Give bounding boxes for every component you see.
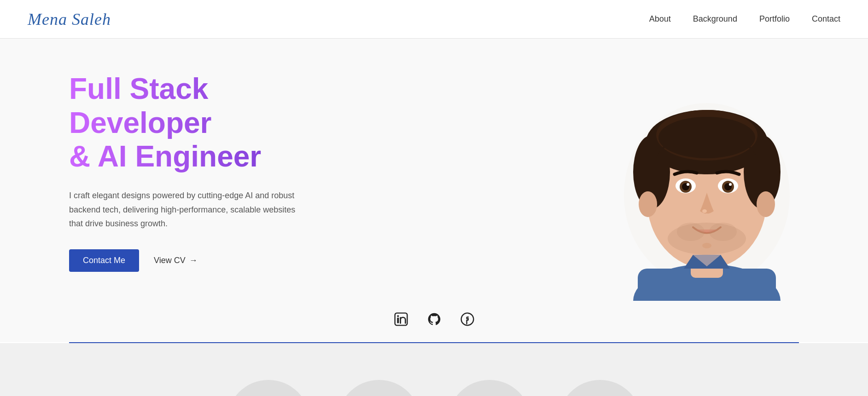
site-logo[interactable]: Mena Saleh [28,10,111,29]
nav-link-background[interactable]: Background [693,14,737,23]
nav-item-contact[interactable]: Contact [812,14,840,24]
svg-point-10 [639,191,657,217]
hero-description: I craft elegant designs powered by cutti… [69,189,309,231]
svg-point-24 [702,243,711,248]
nav-item-about[interactable]: About [649,14,671,24]
svg-rect-26 [397,318,399,323]
hero-section: Full Stack Developer & AI Engineer I cra… [0,39,868,301]
hero-content: Full Stack Developer & AI Engineer I cra… [69,72,345,299]
nav-item-portfolio[interactable]: Portfolio [759,14,790,24]
social-icons-row [0,301,868,342]
nav-links: About Background Portfolio Contact [649,14,840,24]
circle-decoration-1 [227,380,310,396]
circle-decoration-2 [338,380,420,396]
view-cv-label: View CV [154,256,186,265]
nav-item-background[interactable]: Background [693,14,737,24]
linkedin-icon[interactable] [392,310,410,328]
contact-me-button[interactable]: Contact Me [69,249,139,272]
svg-point-23 [709,223,737,241]
svg-point-9 [658,117,755,158]
hero-avatar [596,71,817,301]
bottom-section [0,343,868,396]
hero-title: Full Stack Developer & AI Engineer [69,72,345,174]
svg-point-19 [729,183,732,186]
avatar-illustration [610,75,804,301]
svg-point-11 [757,191,775,217]
circle-decoration-3 [448,380,531,396]
cv-arrow-icon: → [189,256,198,265]
hero-title-line1: Full Stack Developer [69,72,211,139]
nav-link-contact[interactable]: Contact [812,14,840,23]
navbar: Mena Saleh About Background Portfolio Co… [0,0,868,39]
hero-title-line2: & AI Engineer [69,140,261,173]
decorative-circles [227,380,641,396]
svg-point-27 [397,315,399,317]
view-cv-link[interactable]: View CV → [154,256,198,265]
circle-decoration-4 [559,380,641,396]
nav-link-portfolio[interactable]: Portfolio [759,14,790,23]
svg-point-15 [687,183,689,186]
facebook-icon[interactable] [458,310,477,328]
github-icon[interactable] [425,310,443,328]
svg-point-22 [677,223,705,241]
nav-link-about[interactable]: About [649,14,671,23]
hero-buttons: Contact Me View CV → [69,249,345,272]
svg-point-28 [461,313,473,326]
svg-point-20 [702,209,707,213]
